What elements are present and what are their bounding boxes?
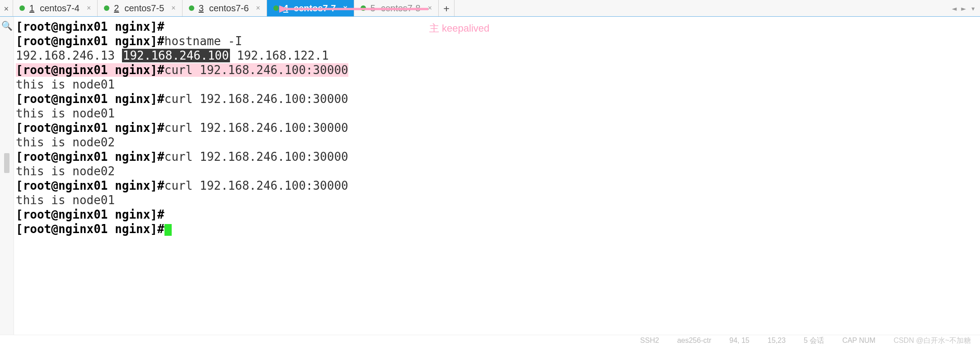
status-dot-icon xyxy=(361,5,366,11)
status-cursor-pos: 15,23 xyxy=(768,337,786,345)
output-text: this is node02 xyxy=(16,136,115,149)
status-sessions: 5 会话 xyxy=(804,336,824,346)
output-text: this is node01 xyxy=(16,78,115,91)
status-dot-icon xyxy=(189,5,194,11)
shell-prompt: [root@nginx01 nginx]# xyxy=(16,208,164,221)
close-tab-icon[interactable]: × xyxy=(87,4,91,12)
close-tab-icon[interactable]: × xyxy=(343,4,347,12)
output-text: this is node01 xyxy=(16,193,115,207)
status-cipher: aes256-ctr xyxy=(677,337,712,345)
tab-centos7-4[interactable]: 1centos7-4× xyxy=(13,0,98,16)
tab-bar: × 1centos7-4×2centos7-5×3centos7-6×4cent… xyxy=(0,0,980,17)
highlighted-ip: 192.168.246.100 xyxy=(122,49,230,62)
terminal-output[interactable]: [root@nginx01 nginx]# [root@nginx01 ngin… xyxy=(14,17,980,336)
output-text: this is node01 xyxy=(16,107,115,120)
scroll-handle[interactable] xyxy=(4,153,9,173)
status-dot-icon xyxy=(273,5,279,11)
close-tab-icon[interactable]: × xyxy=(428,4,432,12)
command-text: curl 192.168.246.100:30000 xyxy=(164,179,348,192)
close-tab-icon[interactable]: × xyxy=(256,4,260,12)
tab-number: 2 xyxy=(114,3,119,14)
tab-centos7-5[interactable]: 2centos7-5× xyxy=(98,0,182,16)
tab-scroll-right-icon[interactable]: ► xyxy=(961,4,966,13)
tab-label: centos7-6 xyxy=(209,3,249,14)
search-icon[interactable]: 🔍 xyxy=(1,20,13,31)
tab-number: 4 xyxy=(283,3,288,14)
tab-label: centos7-8 xyxy=(381,3,421,14)
status-protocol: SSH2 xyxy=(640,337,659,345)
tab-scroll-left-icon[interactable]: ◄ xyxy=(952,4,957,13)
shell-prompt: [root@nginx01 nginx]# xyxy=(16,20,164,33)
status-bar: SSH2 aes256-ctr 94, 15 15,23 5 会话 CAP NU… xyxy=(0,335,980,346)
status-caps: CAP NUM xyxy=(842,337,876,345)
output-text: this is node02 xyxy=(16,164,115,178)
tab-menu-icon[interactable]: ▾ xyxy=(971,4,975,13)
shell-prompt: [root@nginx01 nginx]# xyxy=(16,34,164,48)
command-text: curl 192.168.246.100:30000 xyxy=(164,150,348,164)
left-gutter: 🔍 xyxy=(0,17,14,336)
shell-prompt: [root@nginx01 nginx]# xyxy=(16,121,164,135)
tab-centos7-6[interactable]: 3centos7-6× xyxy=(183,0,267,16)
tab-number: 3 xyxy=(199,3,204,14)
tab-centos7-7[interactable]: 4centos7-7× xyxy=(267,0,354,16)
tab-label: centos7-5 xyxy=(124,3,164,14)
status-dot-icon xyxy=(19,5,25,11)
tab-label: centos7-7 xyxy=(294,3,336,14)
command-text: curl 192.168.246.100:30000 xyxy=(164,121,348,135)
watermark-text: CSDN @白开水~不加糖 xyxy=(894,336,971,346)
shell-prompt: [root@nginx01 nginx]# xyxy=(16,179,164,192)
close-tab-icon[interactable]: × xyxy=(171,4,175,12)
close-all-icon[interactable]: × xyxy=(0,0,13,16)
status-size: 94, 15 xyxy=(729,337,749,345)
tab-number: 5 xyxy=(370,3,375,14)
command-text: curl 192.168.246.100:30000 xyxy=(164,63,348,77)
shell-prompt: [root@nginx01 nginx]# xyxy=(16,150,164,164)
shell-prompt: [root@nginx01 nginx]# xyxy=(16,63,164,77)
tab-bar-controls: ◄ ► ▾ xyxy=(952,0,980,16)
output-text: 192.168.246.13 xyxy=(16,49,122,62)
tab-number: 1 xyxy=(29,3,34,14)
shell-prompt: [root@nginx01 nginx]# xyxy=(16,222,164,236)
terminal-cursor xyxy=(164,224,172,236)
command-text: hostname -I xyxy=(164,34,242,48)
output-text: 192.168.122.1 xyxy=(230,49,329,62)
shell-prompt: [root@nginx01 nginx]# xyxy=(16,92,164,106)
command-text: curl 192.168.246.100:30000 xyxy=(164,92,348,106)
tab-centos7-8[interactable]: 5centos7-8× xyxy=(354,0,439,16)
new-tab-button[interactable]: + xyxy=(439,0,455,16)
status-dot-icon xyxy=(104,5,109,11)
tab-label: centos7-4 xyxy=(40,3,80,14)
